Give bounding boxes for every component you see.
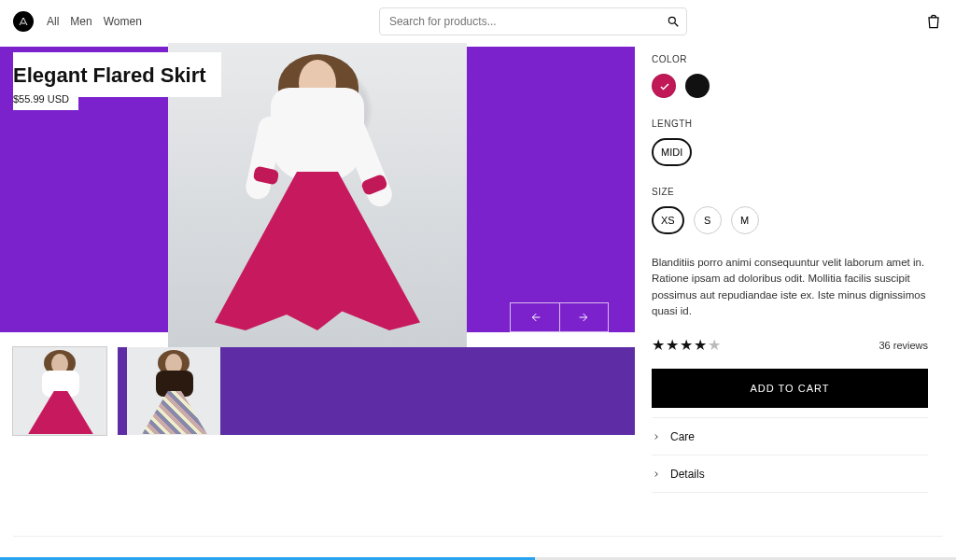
color-label: COLOR	[652, 54, 928, 64]
color-swatch-black[interactable]	[685, 74, 710, 98]
color-swatch-pink[interactable]	[652, 74, 676, 98]
thumbnail-1[interactable]	[13, 347, 106, 435]
header: All Men Women	[0, 0, 956, 43]
svg-point-0	[668, 17, 675, 23]
svg-line-1	[675, 23, 679, 27]
review-count[interactable]: 36 reviews	[879, 340, 928, 351]
chevron-right-icon	[652, 469, 661, 479]
arrow-right-icon	[577, 310, 592, 325]
logo-icon	[18, 16, 29, 27]
info-accordion: Care Details	[652, 417, 928, 493]
product-title: Elegant Flared Skirt	[13, 63, 206, 88]
size-option-xs[interactable]: XS	[652, 206, 684, 234]
accordion-details-label: Details	[670, 468, 705, 481]
nav-all[interactable]: All	[47, 15, 59, 28]
accordion-care[interactable]: Care	[652, 418, 928, 455]
shopping-bag-icon[interactable]	[924, 12, 943, 31]
length-options: MIDI	[652, 138, 928, 166]
length-option-midi[interactable]: MIDI	[652, 138, 692, 166]
rating-stars: ★★★★★	[652, 336, 722, 354]
model-figure	[205, 50, 429, 368]
thumbnail-row	[13, 347, 220, 435]
size-label: SIZE	[652, 187, 928, 197]
size-options: XS S M	[652, 206, 928, 234]
product-description: Blanditiis porro animi consequuntur veli…	[652, 255, 928, 319]
search-input[interactable]	[379, 7, 687, 35]
product-gallery: Elegant Flared Skirt $55.99 USD	[0, 43, 635, 493]
arrow-left-icon	[527, 310, 542, 325]
gallery-next-button[interactable]	[559, 303, 608, 331]
accordion-details[interactable]: Details	[652, 455, 928, 493]
search-container	[142, 7, 924, 35]
gallery-prev-button[interactable]	[511, 303, 559, 331]
brand-logo[interactable]	[13, 11, 34, 32]
product-price: $55.99 USD	[13, 90, 78, 110]
primary-nav: All Men Women	[47, 15, 142, 28]
accordion-care-label: Care	[670, 430, 695, 443]
size-option-m[interactable]: M	[731, 206, 759, 234]
search-icon[interactable]	[667, 15, 680, 28]
chevron-right-icon	[652, 432, 661, 441]
nav-men[interactable]: Men	[70, 15, 91, 28]
color-swatches	[652, 74, 928, 98]
thumbnail-2[interactable]	[127, 347, 220, 435]
size-option-s[interactable]: S	[694, 206, 722, 234]
add-to-cart-button[interactable]: ADD TO CART	[652, 369, 928, 408]
nav-women[interactable]: Women	[104, 15, 142, 28]
gallery-pager	[510, 302, 609, 332]
length-label: LENGTH	[652, 119, 928, 129]
product-options-panel: COLOR LENGTH MIDI SIZE XS S M Blanditiis…	[635, 43, 943, 493]
check-icon	[658, 81, 671, 92]
